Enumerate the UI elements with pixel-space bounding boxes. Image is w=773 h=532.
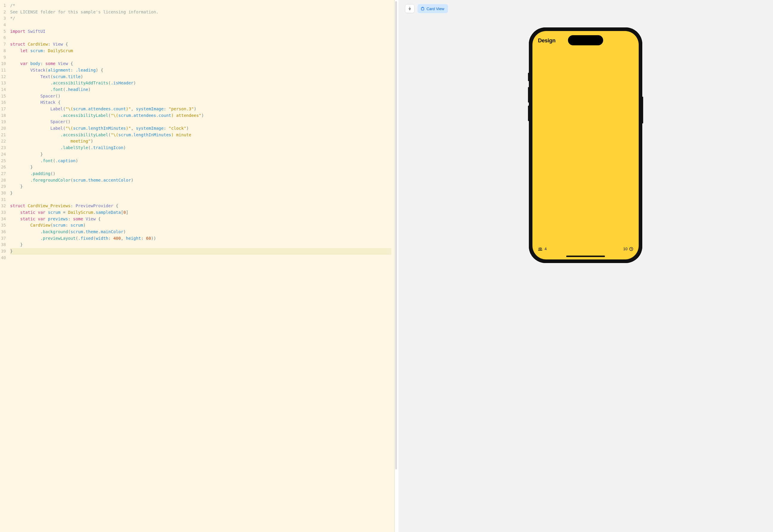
iphone-frame: Design 4 10 [529,27,642,263]
card-footer: 4 10 [538,247,633,251]
code-editor[interactable]: 1234567891011121314151617181920212223242… [0,0,394,532]
attendees-count: 4 [544,247,546,251]
clock-icon [629,247,633,251]
person-3-icon [538,247,542,251]
preview-target-label: Card View [426,7,444,11]
length-label: 10 [623,247,633,251]
canvas-toolbar: Card View [405,4,448,13]
svg-point-3 [541,248,542,249]
home-indicator [566,256,605,257]
attendees-label: 4 [538,247,546,251]
preview-canvas[interactable]: Card View Design 4 [398,0,773,532]
svg-rect-0 [421,8,424,10]
minutes-count: 10 [623,247,627,251]
preview-target-chip[interactable]: Card View [418,4,448,13]
pin-icon [408,7,412,11]
pane-divider[interactable] [394,0,398,532]
device-preview[interactable]: Design 4 10 [529,27,642,263]
device-screen: Design 4 10 [532,31,639,259]
line-number-gutter: 1234567891011121314151617181920212223242… [0,0,8,532]
svg-point-1 [539,248,539,249]
card-title: Design [538,38,555,44]
svg-point-2 [540,248,541,249]
pin-preview-button[interactable] [405,4,415,13]
app-icon [420,7,425,11]
dynamic-island [568,35,603,45]
source-code[interactable]: /*See LICENSE folder for this sample's l… [8,0,394,532]
